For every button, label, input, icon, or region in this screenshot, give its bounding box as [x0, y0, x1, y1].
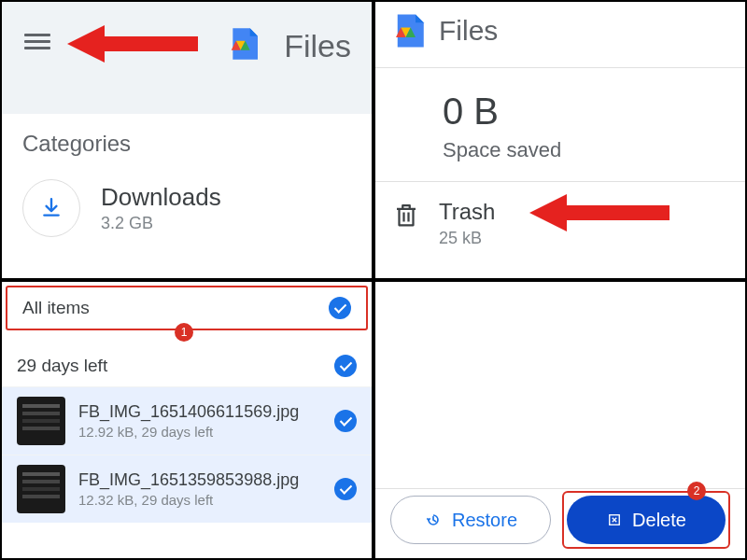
file-thumbnail: [17, 397, 65, 445]
annotation-arrow: [529, 189, 669, 236]
pane-drawer: Files 0 B Space saved Trash 25 kB: [374, 0, 747, 280]
svg-marker-1: [529, 194, 669, 231]
space-saved-label: Space saved: [443, 138, 745, 162]
menu-icon[interactable]: [24, 30, 50, 53]
action-bar: Restore 2 Delete: [375, 491, 745, 549]
file-row[interactable]: FB_IMG_1651359853988.jpg 12.32 kB, 29 da…: [2, 455, 372, 523]
category-label: Downloads: [101, 183, 221, 212]
file-thumbnail: [17, 465, 65, 513]
days-left-row[interactable]: 29 days left: [2, 334, 372, 386]
restore-icon: [424, 511, 443, 529]
categories-heading: Categories: [22, 131, 372, 157]
category-size: 3.2 GB: [101, 214, 221, 233]
category-downloads[interactable]: Downloads 3.2 GB: [22, 179, 372, 237]
app-header: Files: [2, 2, 372, 114]
annotation-arrow: [67, 21, 198, 67]
days-left-label: 29 days left: [17, 356, 107, 376]
trash-size: 25 kB: [439, 229, 495, 248]
checkbox-checked-icon[interactable]: [334, 478, 357, 500]
step-badge-2: 2: [687, 482, 706, 500]
files-app-icon: [392, 11, 426, 50]
restore-label: Restore: [452, 510, 517, 531]
drawer-header: Files: [375, 2, 745, 68]
checkbox-checked-icon[interactable]: [334, 410, 357, 432]
checkbox-checked-icon[interactable]: [334, 355, 357, 377]
checkbox-checked-icon[interactable]: [329, 297, 351, 319]
svg-marker-0: [67, 25, 198, 63]
pane-trash-list: All items 1 29 days left FB_IMG_16514066…: [0, 280, 374, 560]
trash-label: Trash: [439, 199, 495, 225]
file-meta: 12.32 kB, 29 days left: [78, 492, 321, 508]
app-title: Files: [284, 28, 351, 64]
all-items-label: All items: [22, 298, 90, 318]
files-app-icon: [228, 25, 260, 63]
restore-button[interactable]: Restore: [390, 496, 551, 544]
app-title: Files: [439, 15, 498, 47]
delete-button[interactable]: Delete: [567, 496, 726, 544]
delete-highlight: 2 Delete: [562, 491, 730, 549]
space-saved-section: 0 B Space saved: [375, 68, 745, 182]
pane-files-home: Files Categories Downloads 3.2 GB: [0, 0, 374, 280]
delete-icon: [606, 511, 623, 528]
download-icon: [22, 179, 80, 237]
file-row[interactable]: FB_IMG_1651406611569.jpg 12.92 kB, 29 da…: [2, 386, 372, 455]
pane-trash-actions: Restore 2 Delete: [374, 280, 747, 560]
drawer-item-trash[interactable]: Trash 25 kB: [375, 182, 745, 248]
delete-label: Delete: [632, 510, 686, 531]
file-meta: 12.92 kB, 29 days left: [78, 424, 321, 440]
trash-icon: [392, 199, 420, 231]
file-name: FB_IMG_1651406611569.jpg: [78, 402, 321, 422]
space-saved-value: 0 B: [443, 91, 745, 133]
file-name: FB_IMG_1651359853988.jpg: [78, 470, 321, 490]
